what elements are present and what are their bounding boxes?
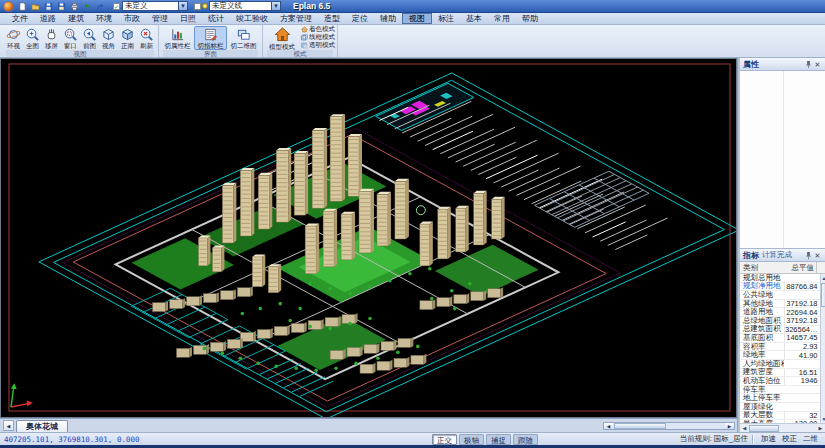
follow-toggle[interactable]: 跟随	[513, 434, 538, 445]
menu-item-assist[interactable]: 辅助	[374, 13, 402, 24]
toggle-properties-panel-icon	[170, 27, 185, 42]
menu-item-annotation[interactable]: 标注	[432, 13, 460, 24]
close-icon[interactable]: ✕	[813, 60, 822, 69]
zoom-window-icon	[63, 27, 78, 42]
snap-toggle[interactable]: 捕捉	[486, 434, 511, 445]
menu-item-basic[interactable]: 基本	[460, 13, 488, 24]
chevron-down-icon[interactable]: ▼	[178, 2, 187, 10]
indicators-column-header: 类别 总平值	[740, 262, 825, 274]
view-angle-button[interactable]: 视角	[99, 26, 118, 50]
scroll-thumb[interactable]	[821, 283, 825, 307]
menu-bar: 文件 道路 建筑 环境 市政 管理 日照 统计 竣工验收 方案管理 造型 定位 …	[0, 13, 825, 25]
menu-item-modeling[interactable]: 造型	[318, 13, 346, 24]
rule-label: 当前规则:	[680, 434, 712, 444]
toggle-2d-view-button[interactable]: 切二维图	[227, 26, 260, 50]
transparent-mode-icon	[301, 42, 308, 49]
model-mode-button[interactable]: 模型模式	[265, 25, 299, 51]
menu-item-manage[interactable]: 管理	[146, 13, 174, 24]
menu-item-municipal[interactable]: 市政	[118, 13, 146, 24]
refresh-button[interactable]: 刷新	[137, 26, 156, 50]
print-icon[interactable]	[69, 1, 80, 12]
orbit-view-button[interactable]: 环视	[4, 26, 23, 50]
orbit-view-icon	[6, 27, 21, 42]
south-view-button[interactable]: 正南	[118, 26, 137, 50]
vertical-scrollbar[interactable]: ▲ ▼	[820, 274, 825, 423]
toggle-indicators-panel-button[interactable]: 切指标栏	[194, 26, 227, 50]
layer-color-swatch[interactable]	[194, 3, 201, 10]
accelerate-button[interactable]: 加速	[758, 434, 779, 444]
open-icon[interactable]	[30, 1, 41, 12]
menu-item-sunlight[interactable]: 日照	[174, 13, 202, 24]
layer-bulb-icon[interactable]	[202, 3, 208, 9]
save-as-icon[interactable]	[56, 1, 67, 12]
properties-panel-body	[740, 71, 825, 248]
2d-button[interactable]: 二维	[800, 434, 821, 444]
scroll-right-icon[interactable]: ▶	[816, 425, 825, 431]
scroll-thumb[interactable]	[749, 425, 779, 432]
panel-title: 指标	[743, 250, 759, 261]
chevron-down-icon[interactable]: ▼	[271, 2, 280, 10]
ribbon-group-label: 视图	[6, 50, 154, 57]
ortho-toggle[interactable]: 正交	[432, 434, 457, 445]
south-view-icon	[120, 27, 135, 42]
menu-item-help[interactable]: 帮助	[516, 13, 544, 24]
scroll-right-icon[interactable]: ▶	[725, 423, 734, 429]
menu-item-view[interactable]: 视图	[402, 13, 432, 24]
zoom-extents-icon	[25, 27, 40, 42]
house-icon	[274, 26, 291, 43]
style-combo[interactable]: 未定义 ▼	[122, 1, 188, 11]
menu-item-road[interactable]: 道路	[34, 13, 62, 24]
indicators-panel-header: 指标 计算完成 ✕	[740, 249, 825, 262]
zoom-window-button[interactable]: 窗口	[61, 26, 80, 50]
toggle-2d-view-icon	[236, 27, 251, 42]
tab-scroll-left-icon[interactable]: ◀	[3, 420, 14, 431]
mode-stack: 着色模式 线框模式 透明模式	[301, 26, 335, 50]
undo-icon[interactable]	[82, 1, 93, 12]
scroll-left-icon[interactable]: ◀	[604, 423, 613, 429]
scroll-down-icon[interactable]: ▼	[822, 415, 825, 423]
menu-item-environment[interactable]: 环境	[90, 13, 118, 24]
ribbon-group-label: 模式	[267, 50, 333, 57]
menu-item-file[interactable]: 文件	[6, 13, 34, 24]
drawing-viewport[interactable]	[0, 58, 737, 418]
calibrate-button[interactable]: 校正	[779, 434, 800, 444]
status-bar: 407205.101, 3769810.301, 0.000 正交 极轴 捕捉 …	[0, 432, 825, 445]
app-logo-icon	[3, 1, 14, 12]
horizontal-scrollbar[interactable]: ◀ ▶	[740, 423, 825, 432]
layer-combo[interactable]: 未定义线 ▼	[209, 1, 281, 11]
rule-value[interactable]: 国标_居住	[714, 434, 748, 444]
drawing-tab[interactable]: 奥体花城	[16, 420, 68, 432]
menu-item-statistics[interactable]: 统计	[202, 13, 230, 24]
menu-item-positioning[interactable]: 定位	[346, 13, 374, 24]
scroll-left-icon[interactable]: ◀	[740, 425, 749, 431]
column-header-value: 总平值	[784, 263, 816, 273]
save-icon[interactable]	[43, 1, 54, 12]
polar-toggle[interactable]: 极轴	[459, 434, 484, 445]
menu-item-common[interactable]: 常用	[488, 13, 516, 24]
title-bar: ✓ 未定义 ▼ 未定义线 ▼ Eplan 6.5	[0, 0, 825, 13]
pan-button[interactable]: 移屏	[42, 26, 61, 50]
panel-title: 属性	[743, 59, 759, 70]
transparent-mode-item[interactable]: 透明模式	[301, 42, 335, 50]
coordinates-display: 407205.101, 3769810.301, 0.000	[4, 435, 139, 444]
pin-icon[interactable]	[804, 251, 813, 260]
wireframe-mode-icon	[301, 34, 308, 41]
pin-icon[interactable]	[804, 60, 813, 69]
menu-item-acceptance[interactable]: 竣工验收	[230, 13, 274, 24]
drawing-tab-bar: ◀ 奥体花城 ◀ ▶	[0, 418, 737, 432]
scroll-thumb[interactable]	[614, 423, 666, 429]
close-icon[interactable]: ✕	[813, 251, 822, 260]
menu-item-scheme[interactable]: 方案管理	[274, 13, 318, 24]
tab-horizontal-scrollbar[interactable]: ◀ ▶	[603, 422, 735, 430]
menu-item-building[interactable]: 建筑	[62, 13, 90, 24]
new-icon[interactable]	[17, 1, 28, 12]
toggle-properties-panel-button[interactable]: 切属性栏	[161, 26, 194, 50]
indicators-panel: 指标 计算完成 ✕ 类别 总平值 规划总用地 规划净用地88766.84 公共绿…	[740, 248, 825, 432]
zoom-extents-button[interactable]: 全图	[23, 26, 42, 50]
ribbon-group-mode: 模型模式 着色模式 线框模式 透明模式 模式	[263, 25, 338, 57]
redo-icon[interactable]	[95, 1, 106, 12]
previous-view-button[interactable]: 前图	[80, 26, 99, 50]
refresh-icon	[139, 27, 154, 42]
style-checkbox[interactable]: ✓	[113, 3, 120, 10]
scroll-up-icon[interactable]: ▲	[822, 274, 825, 282]
